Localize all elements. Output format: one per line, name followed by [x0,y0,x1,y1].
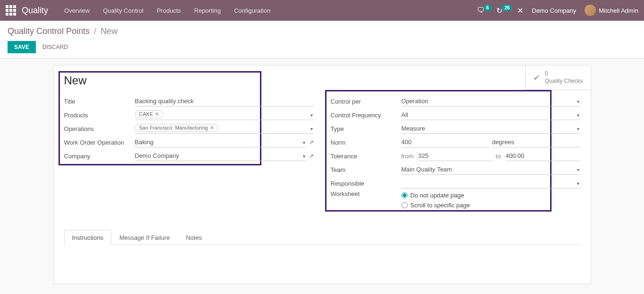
apps-icon[interactable] [6,5,16,16]
tol-from-input[interactable] [418,151,493,161]
menu-configuration[interactable]: Configuration [227,7,277,14]
worksheet-radio-scroll[interactable] [401,202,408,208]
tol-from-label: from [401,153,414,160]
stat-label: Quality Checks [545,78,583,85]
products-tag-remove[interactable]: ✕ [155,111,159,117]
worksheet-opt2-label[interactable]: Scroll to specific page [410,202,470,209]
tab-notes[interactable]: Notes [178,230,210,245]
title-input[interactable] [135,96,314,106]
worksheet-radio-no-update[interactable] [401,192,408,198]
worksheet-label: Worksheet [331,190,401,197]
responsible-label: Responsible [331,180,401,187]
norm-value-input[interactable] [401,137,490,147]
breadcrumb-current: New [100,26,117,36]
operations-tags[interactable]: San Francisco: Manufacturing ✕ [135,124,314,134]
norm-unit-input[interactable] [492,137,580,147]
check-icon: ✔ [533,73,540,83]
form-title: New [64,74,580,87]
form-scroll-area[interactable]: ✔ 0 Quality Checks New Title [0,58,644,294]
tab-message-if-failure[interactable]: Message If Failure [111,230,178,245]
form-sheet: ✔ 0 Quality Checks New Title [53,65,591,284]
close-studio-button[interactable]: ✕ [517,6,523,15]
company-name: Demo Company [532,7,576,14]
norm-label: Norm [331,139,401,146]
team-label: Team [331,166,401,173]
tab-content-area [64,245,580,273]
operations-label: Operations [64,125,135,132]
save-button[interactable]: SAVE [8,41,36,53]
messages-button[interactable]: 🗨 6 [477,6,492,15]
user-name: Mitchell Admin [599,7,638,14]
user-menu[interactable]: Mitchell Admin [585,5,638,16]
team-select[interactable] [401,164,580,175]
operations-tag-sf: San Francisco: Manufacturing ✕ [135,124,218,132]
top-navbar: Quality Overview Quality Control Product… [0,0,644,21]
products-label: Products [64,112,135,119]
activities-badge: 26 [502,5,512,11]
menu-reporting[interactable]: Reporting [188,7,227,14]
control-per-select[interactable] [401,96,580,106]
tol-label: Tolerance [331,153,401,160]
quality-checks-stat[interactable]: ✔ 0 Quality Checks [525,65,591,90]
company-switcher[interactable]: Demo Company [532,7,576,14]
control-per-label: Control per [331,98,401,105]
menu-overview[interactable]: Overview [58,7,96,14]
activities-button[interactable]: ↻ 26 [496,6,512,15]
menu-quality-control[interactable]: Quality Control [96,7,150,14]
title-label: Title [64,98,135,105]
app-brand[interactable]: Quality [22,6,48,16]
products-tags[interactable]: CAKE ✕ [135,110,314,120]
wo-label: Work Order Operation [64,139,135,146]
control-bar: Quality Control Points / New SAVE DISCAR… [0,21,644,58]
company-input[interactable] [135,151,306,161]
operations-tag-remove[interactable]: ✕ [210,125,214,131]
freq-select[interactable] [401,110,580,120]
products-tag-cake: CAKE ✕ [135,110,164,118]
worksheet-opt1-label[interactable]: Do not update page [410,192,464,199]
right-column: Control per ▾ Control Frequency ▾ [331,95,580,211]
tol-to-label: to [496,153,501,160]
company-label: Company [64,153,135,160]
breadcrumb-parent[interactable]: Quality Control Points [8,26,90,36]
menu-products[interactable]: Products [150,7,187,14]
wo-external-link-icon[interactable]: ↗ [309,139,314,146]
responsible-select[interactable] [401,178,580,188]
stat-count: 0 [545,70,583,78]
avatar [585,5,596,16]
form-tabs: Instructions Message If Failure Notes [64,229,580,245]
discard-button[interactable]: DISCARD [42,41,69,53]
breadcrumb-sep: / [94,26,96,36]
company-external-link-icon[interactable]: ↗ [309,153,314,159]
wo-input[interactable] [135,137,306,147]
breadcrumb: Quality Control Points / New [8,26,636,36]
tol-to-input[interactable] [505,151,580,161]
freq-label: Control Frequency [331,112,401,119]
type-label: Type [331,125,401,132]
type-select[interactable] [401,123,580,134]
close-icon: ✕ [517,6,523,15]
messages-badge: 6 [484,5,492,11]
left-column: Title Products CAKE ✕ [64,95,314,211]
tab-instructions[interactable]: Instructions [64,230,111,245]
